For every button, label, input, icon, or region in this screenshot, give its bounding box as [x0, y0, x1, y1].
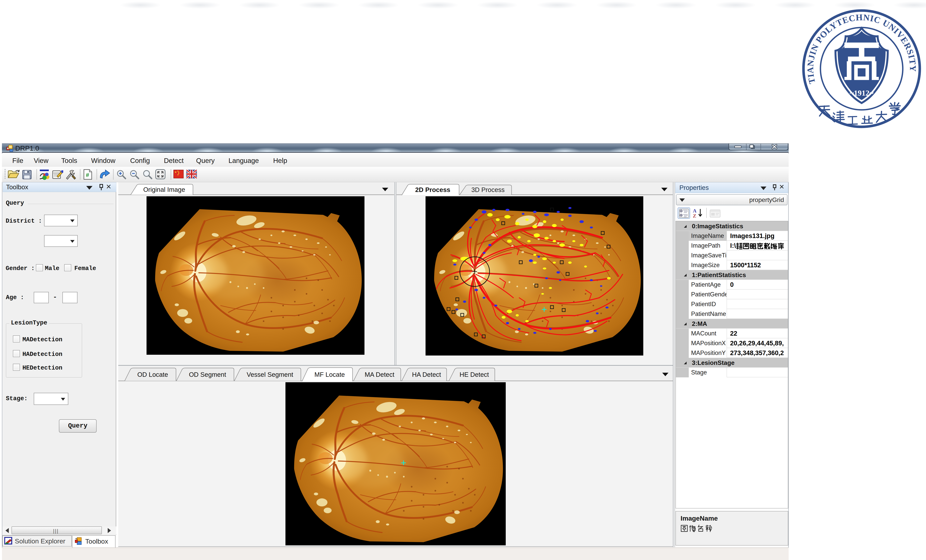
- svg-text:HE Detect: HE Detect: [460, 371, 489, 378]
- svg-text:2D Process: 2D Process: [415, 186, 450, 193]
- svg-text:MA Detect: MA Detect: [365, 371, 394, 378]
- svg-text:OD Segment: OD Segment: [189, 371, 226, 378]
- svg-text:OD Locate: OD Locate: [137, 371, 168, 378]
- svg-text:3D Process: 3D Process: [471, 186, 505, 193]
- svg-text:MF Locate: MF Locate: [315, 371, 345, 378]
- svg-text:~1912~: ~1912~: [850, 89, 873, 97]
- svg-text:HA Detect: HA Detect: [412, 371, 441, 378]
- svg-text:#: #: [86, 172, 89, 178]
- svg-text:Vessel Segment: Vessel Segment: [247, 371, 293, 378]
- svg-text:Z: Z: [693, 213, 696, 219]
- svg-text:A: A: [693, 208, 696, 213]
- svg-text:Original Image: Original Image: [143, 186, 185, 193]
